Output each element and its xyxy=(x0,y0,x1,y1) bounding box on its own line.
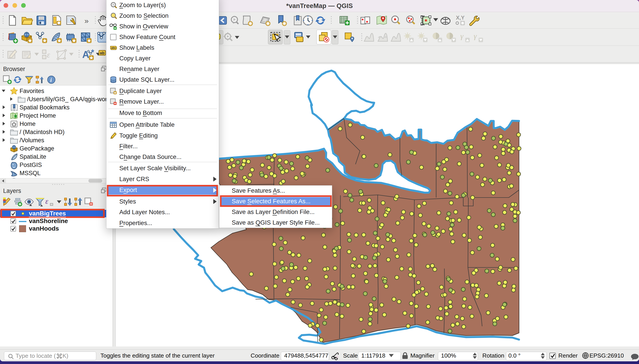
svg-text:γ: γ xyxy=(460,32,464,40)
svg-text:ε: ε xyxy=(45,197,49,205)
svg-text:X,Y: X,Y xyxy=(456,15,465,21)
svg-text:abc: abc xyxy=(111,46,116,50)
svg-text:ab: ab xyxy=(100,51,104,55)
svg-text:γ: γ xyxy=(474,32,477,40)
svg-text:ε: ε xyxy=(47,50,50,59)
svg-text:i: i xyxy=(50,77,52,83)
